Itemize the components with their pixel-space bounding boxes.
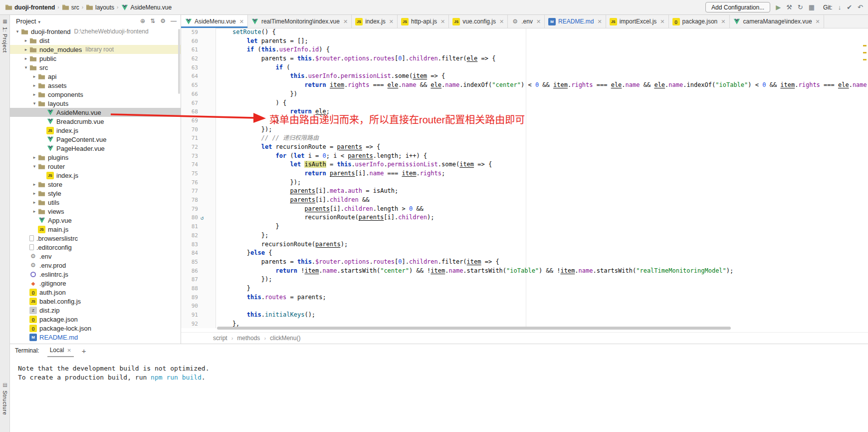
line-number[interactable]: 72 xyxy=(181,143,198,152)
code-text[interactable]: recursionRoute(parents[i].children); xyxy=(216,213,434,222)
expand-arrow-icon[interactable]: ▾ xyxy=(31,101,38,106)
tree-item-duoji-frontend[interactable]: ▾duoji-frontendD:\zheheWeb\duoji-fronten… xyxy=(10,27,181,36)
code-text[interactable]: }) xyxy=(216,90,297,99)
code-text[interactable]: }; xyxy=(216,231,268,240)
code-text[interactable]: // // 递归权限路由 xyxy=(216,134,319,143)
tree-item-utils[interactable]: ▸utils xyxy=(10,198,181,207)
close-tab-icon[interactable]: ✕ xyxy=(389,18,394,25)
tree-item-gitignore[interactable]: ◆.gitignore xyxy=(10,279,181,288)
tree-item-components[interactable]: ▸components xyxy=(10,90,181,99)
expand-arrow-icon[interactable]: ▸ xyxy=(31,83,38,88)
expand-arrow-icon[interactable]: ▸ xyxy=(31,200,38,205)
code-text[interactable]: parents[i].children && xyxy=(216,196,369,205)
tree-item-auth-json[interactable]: {}auth.json xyxy=(10,288,181,297)
tree-item-layouts[interactable]: ▾layouts xyxy=(10,99,181,108)
line-number[interactable]: 87 xyxy=(181,275,198,284)
expand-arrow-icon[interactable]: ▸ xyxy=(31,155,38,160)
breadcrumb-script[interactable]: script xyxy=(213,335,227,342)
line-number[interactable]: 73 xyxy=(181,152,198,161)
line-number[interactable]: 79 xyxy=(181,205,198,214)
code-text[interactable]: let parents = []; xyxy=(216,37,308,46)
code-text[interactable]: ) { xyxy=(216,99,286,108)
code-text[interactable]: parents = this.$router.options.routes[0]… xyxy=(216,54,495,63)
breadcrumb-clickmenu[interactable]: clickMenu() xyxy=(270,335,300,342)
close-tab-icon[interactable]: ✕ xyxy=(721,18,725,25)
code-text[interactable]: let isAuth = this.userInfo.permissionLis… xyxy=(216,160,492,169)
code-text[interactable]: for (let i = 0; i < parents.length; i++)… xyxy=(216,152,427,161)
tree-item-browserslistrc[interactable]: .browserslistrc xyxy=(10,234,181,243)
code-text[interactable]: }); xyxy=(216,125,272,134)
tree-item-node-modules[interactable]: ▸node_moduleslibrary root xyxy=(10,45,181,54)
tree-item-editorconfig[interactable]: .editorconfig xyxy=(10,243,181,252)
code-text[interactable]: recursionRoute(parents); xyxy=(216,240,348,249)
line-number[interactable]: 84 xyxy=(181,249,198,258)
tree-item-dist[interactable]: ▸dist xyxy=(10,36,181,45)
line-number[interactable]: 66 xyxy=(181,90,198,99)
tab-cameramanage-index-vue[interactable]: cameraManage\index.vue✕ xyxy=(730,15,824,28)
breadcrumb-item-layouts[interactable]: layouts xyxy=(86,3,114,11)
line-number[interactable]: 83 xyxy=(181,240,198,249)
tree-item-breadcrumb-vue[interactable]: Breadcrumb.vue xyxy=(10,117,181,126)
scrollbar-thumb[interactable] xyxy=(217,327,731,330)
tree-item-index-js[interactable]: JSindex.js xyxy=(10,171,181,180)
tree-item-dist-zip[interactable]: Zdist.zip xyxy=(10,306,181,315)
code-text[interactable]: parents[i].children.length > 0 && xyxy=(216,205,424,214)
tab-index-js[interactable]: JSindex.js✕ xyxy=(352,15,398,28)
code-text[interactable]: return item.rights === ele.name && ele.n… xyxy=(216,81,867,90)
line-number[interactable]: 65 xyxy=(181,81,198,90)
code-text[interactable]: this.routes = parents; xyxy=(216,293,326,302)
code-text[interactable]: return parents[i].name === item.rights; xyxy=(216,169,445,178)
tree-item-views[interactable]: ▸views xyxy=(10,207,181,216)
tree-item-eslintrc-js[interactable]: .eslintrc.js xyxy=(10,270,181,279)
terminal-output[interactable]: Note that the development build is not o… xyxy=(10,357,868,382)
add-configuration-button[interactable]: Add Configuration... xyxy=(705,2,770,12)
line-number[interactable]: 86 xyxy=(181,267,198,276)
line-number[interactable]: 77 xyxy=(181,187,198,196)
tree-item-app-vue[interactable]: App.vue xyxy=(10,216,181,225)
warning-stripe-mark[interactable] xyxy=(863,45,867,46)
line-number[interactable]: 88 xyxy=(181,284,198,293)
tab-env[interactable]: ⚙.env✕ xyxy=(508,15,545,28)
close-tab-icon[interactable]: ✕ xyxy=(499,18,504,25)
new-terminal-button[interactable]: + xyxy=(82,347,86,355)
hide-panel-icon[interactable]: — xyxy=(171,17,177,24)
code-text[interactable]: if ( xyxy=(216,63,290,72)
code-text[interactable]: let recursionRoute = parents => { xyxy=(216,143,380,152)
code-text[interactable]: }); xyxy=(216,178,301,187)
line-number[interactable]: 91 xyxy=(181,311,198,320)
line-number[interactable]: 61 xyxy=(181,45,198,54)
line-number[interactable]: 69 xyxy=(181,116,198,125)
tool-window-project-button[interactable]: ▦ 1: Project xyxy=(0,18,10,52)
tree-item-store[interactable]: ▸store xyxy=(10,180,181,189)
tab-http-api-js[interactable]: JShttp-api.js✕ xyxy=(398,15,449,28)
line-number[interactable]: 92 xyxy=(181,320,198,329)
line-number[interactable]: 85 xyxy=(181,258,198,267)
close-tab-icon[interactable]: ✕ xyxy=(660,18,664,25)
tab-realtimemonitoring-index-vue[interactable]: realTimeMonitoring\index.vue✕ xyxy=(248,15,352,28)
tab-importexcel-js[interactable]: JSimportExcel.js✕ xyxy=(606,15,669,28)
breadcrumb-methods[interactable]: methods xyxy=(237,335,260,342)
line-number[interactable]: 76 xyxy=(181,178,198,187)
line-number[interactable]: 67 xyxy=(181,99,198,108)
tool-window-structure-button[interactable]: ▤ Structure xyxy=(0,382,10,415)
tree-item-assets[interactable]: ▸assets xyxy=(10,81,181,90)
line-number[interactable]: 90 xyxy=(181,302,198,311)
expand-arrow-icon[interactable]: ▾ xyxy=(31,164,38,169)
line-number[interactable]: 75 xyxy=(181,169,198,178)
tree-item-env-prod[interactable]: ⚙.env.prod xyxy=(10,261,181,270)
tab-package-json[interactable]: {}package.json✕ xyxy=(669,15,730,28)
code-text[interactable]: } xyxy=(216,222,279,231)
expand-arrow-icon[interactable]: ▸ xyxy=(22,56,29,61)
git-pull-icon[interactable]: ↓ xyxy=(838,4,842,10)
code-text[interactable]: } xyxy=(216,284,250,293)
expand-arrow-icon[interactable]: ▸ xyxy=(31,209,38,214)
line-number[interactable]: 78 xyxy=(181,196,198,205)
line-number[interactable]: 71 xyxy=(181,134,198,143)
tab-readme-md[interactable]: MREADME.md✕ xyxy=(545,15,606,28)
update-project-button[interactable]: ↻ xyxy=(798,4,803,10)
close-tab-icon[interactable]: ✕ xyxy=(440,18,445,25)
view-options-icon[interactable]: ⇅ xyxy=(150,17,155,24)
tree-item-index-js[interactable]: JSindex.js xyxy=(10,126,181,135)
git-commit-icon[interactable]: ✔ xyxy=(847,4,852,10)
tree-item-pagecontent-vue[interactable]: PageContent.vue xyxy=(10,135,181,144)
